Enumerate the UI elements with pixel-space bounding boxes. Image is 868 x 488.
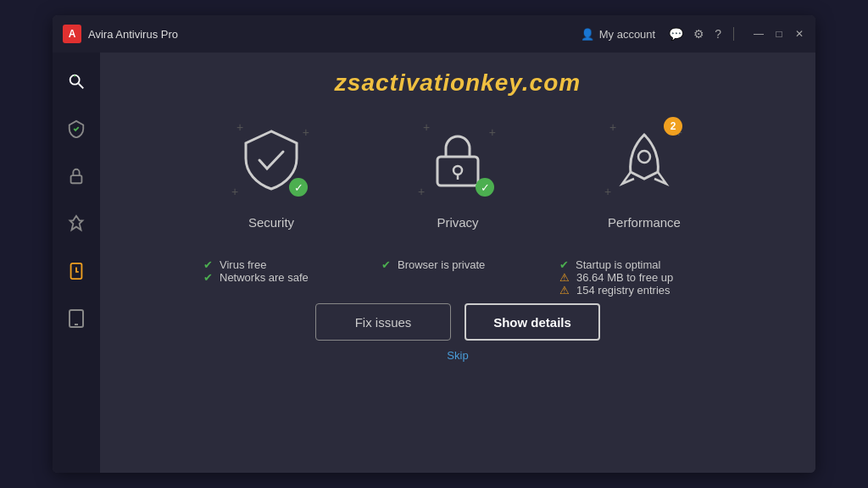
privacy-label: Privacy — [437, 215, 478, 230]
titlebar-separator — [733, 27, 734, 41]
action-buttons: Fix issues Show details — [315, 303, 600, 341]
plus-deco: + — [604, 185, 611, 198]
svg-line-1 — [79, 84, 84, 89]
check-icon: ✔ — [381, 258, 391, 271]
privacy-check-badge: ✓ — [476, 178, 494, 197]
privacy-icon-container: + + + ✓ — [411, 114, 504, 207]
app-title: Avira Antivirus Pro — [88, 28, 178, 41]
svg-point-11 — [638, 151, 650, 163]
security-check-badge: ✓ — [289, 178, 308, 197]
svg-rect-3 — [71, 175, 82, 183]
sidebar-item-performance[interactable] — [61, 208, 92, 239]
content-area: zsactivationkey.com + + + ✓ Sec — [53, 53, 815, 473]
titlebar: A Avira Antivirus Pro 👤 My account 💬 ⚙ ?… — [53, 15, 815, 53]
show-details-button[interactable]: Show details — [465, 303, 600, 341]
privacy-status: ✔ Browser is private — [381, 258, 534, 297]
plus-deco: + — [231, 185, 238, 198]
titlebar-left: A Avira Antivirus Pro — [63, 25, 178, 43]
plus-deco: + — [489, 125, 496, 139]
performance-card: + + + — [568, 114, 721, 238]
window-controls: — □ ✕ — [753, 28, 805, 40]
sidebar-item-update[interactable] — [61, 256, 92, 286]
plus-deco: + — [423, 120, 430, 134]
mb-free-text: 36.64 MB to free up — [576, 271, 673, 284]
warn-icon: ⚠ — [559, 284, 570, 297]
performance-icon-container: + + + — [598, 114, 691, 207]
sidebar-item-protection[interactable] — [61, 114, 92, 144]
app-window: A Avira Antivirus Pro 👤 My account 💬 ⚙ ?… — [53, 15, 815, 473]
svg-point-9 — [453, 166, 462, 175]
check-icon: ✔ — [559, 258, 569, 271]
status-browser-private: ✔ Browser is private — [381, 258, 534, 271]
cards-row: + + + ✓ Security + + — [195, 114, 721, 238]
plus-deco: + — [418, 185, 425, 198]
settings-icon[interactable]: ⚙ — [693, 27, 704, 41]
registry-text: 154 registry entries — [576, 284, 670, 297]
user-icon: 👤 — [581, 28, 594, 41]
status-startup: ✔ Startup is optimal — [559, 258, 712, 271]
avira-logo: A — [63, 25, 81, 43]
privacy-card: + + + ✓ Privacy — [381, 114, 534, 238]
watermark-text: zsactivationkey.com — [335, 69, 581, 97]
maximize-button[interactable]: □ — [773, 28, 785, 40]
performance-badge: 2 — [664, 117, 682, 136]
status-virus-free: ✔ Virus free — [203, 258, 356, 271]
chat-icon[interactable]: 💬 — [669, 27, 683, 41]
svg-rect-8 — [437, 157, 478, 186]
plus-deco: + — [236, 120, 243, 134]
fix-issues-button[interactable]: Fix issues — [315, 303, 451, 341]
titlebar-icons: 💬 ⚙ ? — □ ✕ — [669, 27, 805, 41]
security-label: Security — [248, 215, 294, 230]
titlebar-right: 👤 My account 💬 ⚙ ? — □ ✕ — [581, 27, 805, 41]
performance-label: Performance — [608, 215, 681, 230]
performance-status: ✔ Startup is optimal ⚠ 36.64 MB to free … — [559, 258, 712, 297]
plus-deco: + — [303, 125, 309, 139]
help-icon[interactable]: ? — [715, 27, 721, 41]
plus-deco: + — [609, 120, 616, 134]
security-card: + + + ✓ Security — [195, 114, 348, 238]
warn-icon: ⚠ — [559, 271, 570, 284]
sidebar-item-privacy[interactable] — [61, 161, 92, 191]
security-icon-container: + + + ✓ — [225, 114, 318, 207]
my-account-button[interactable]: 👤 My account — [581, 28, 655, 41]
sidebar — [53, 53, 100, 473]
startup-text: Startup is optimal — [576, 258, 660, 271]
networks-safe-text: Networks are safe — [220, 271, 309, 284]
main-panel: zsactivationkey.com + + + ✓ Sec — [100, 53, 815, 473]
skip-link[interactable]: Skip — [447, 349, 468, 362]
browser-private-text: Browser is private — [398, 258, 485, 271]
status-mb-free: ⚠ 36.64 MB to free up — [559, 271, 712, 284]
status-columns: ✔ Virus free ✔ Networks are safe ✔ Brows… — [125, 258, 790, 297]
minimize-button[interactable]: — — [753, 28, 765, 40]
check-icon: ✔ — [203, 271, 213, 284]
sidebar-item-mobile[interactable] — [61, 303, 92, 334]
status-networks-safe: ✔ Networks are safe — [203, 271, 356, 284]
status-registry: ⚠ 154 registry entries — [559, 284, 712, 297]
check-icon: ✔ — [203, 258, 213, 271]
security-status: ✔ Virus free ✔ Networks are safe — [203, 258, 356, 297]
sidebar-item-search[interactable] — [61, 66, 92, 97]
virus-free-text: Virus free — [220, 258, 266, 271]
close-button[interactable]: ✕ — [793, 28, 805, 40]
